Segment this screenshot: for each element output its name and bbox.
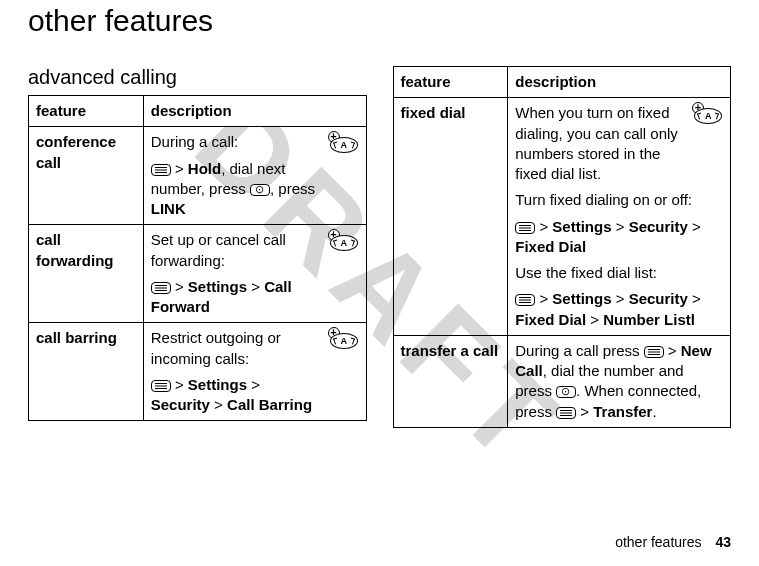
description-cell: + Set up or cancel call forwarding: > Se…	[143, 225, 366, 323]
description-cell: + During a call: > Hold, dial next numbe…	[143, 127, 366, 225]
table-header-row: feature description	[29, 96, 367, 127]
menu-path: Fixed Dial	[515, 311, 586, 328]
menu-path: Hold	[188, 160, 221, 177]
right-column: feature description fixed dial + When yo…	[393, 66, 732, 428]
menu-path: Security	[151, 396, 210, 413]
menu-key-icon	[151, 380, 171, 392]
page-number: 43	[715, 534, 731, 550]
operator-icon: +	[694, 103, 724, 125]
desc-text: Turn fixed dialing on or off:	[515, 190, 723, 210]
menu-key-icon	[151, 282, 171, 294]
sep: >	[171, 160, 188, 177]
table-header-row: feature description	[393, 67, 731, 98]
page-footer: other features 43	[615, 534, 731, 550]
table-row: conference call + During a call: > Hold,…	[29, 127, 367, 225]
right-table: feature description fixed dial + When yo…	[393, 66, 732, 428]
menu-path: LINK	[151, 200, 186, 217]
menu-key-icon	[644, 346, 664, 358]
sep: >	[247, 376, 260, 393]
sep: >	[688, 290, 701, 307]
sep: >	[586, 311, 603, 328]
menu-path: Settings	[552, 218, 611, 235]
menu-path: Security	[629, 290, 688, 307]
menu-key-icon	[515, 294, 535, 306]
left-column: advanced calling feature description con…	[28, 66, 367, 428]
desc-text: When you turn on fixed dialing, you can …	[515, 104, 678, 182]
feature-cell: fixed dial	[393, 98, 508, 336]
feature-cell: conference call	[29, 127, 144, 225]
menu-key-icon	[151, 164, 171, 176]
left-table: feature description conference call + Du…	[28, 95, 367, 421]
operator-icon: +	[330, 132, 360, 154]
desc-text: Use the fixed dial list:	[515, 263, 723, 283]
desc-text: During a call:	[151, 133, 239, 150]
table-row: transfer a call During a call press > Ne…	[393, 335, 731, 427]
desc-text: During a call press	[515, 342, 643, 359]
desc-text: Restrict outgoing or incoming calls:	[151, 329, 281, 366]
table-row: call forwarding + Set up or cancel call …	[29, 225, 367, 323]
feature-cell: transfer a call	[393, 335, 508, 427]
menu-path: Call Barring	[227, 396, 312, 413]
description-cell: + When you turn on fixed dialing, you ca…	[508, 98, 731, 336]
menu-path: Transfer	[593, 403, 652, 420]
col-feature: feature	[393, 67, 508, 98]
sep: >	[664, 342, 681, 359]
sep: >	[171, 376, 188, 393]
col-description: description	[143, 96, 366, 127]
table-row: fixed dial + When you turn on fixed dial…	[393, 98, 731, 336]
sep: >	[210, 396, 227, 413]
send-key-icon	[556, 386, 576, 398]
menu-path: Settings	[552, 290, 611, 307]
sep: >	[247, 278, 264, 295]
page-title: other features	[28, 4, 731, 38]
menu-key-icon	[556, 407, 576, 419]
operator-icon: +	[330, 328, 360, 350]
section-heading: advanced calling	[28, 66, 367, 89]
operator-icon: +	[330, 230, 360, 252]
description-cell: + Restrict outgoing or incoming calls: >…	[143, 323, 366, 421]
sep: >	[688, 218, 701, 235]
menu-path: Number Listl	[603, 311, 695, 328]
sep: >	[535, 290, 552, 307]
sep: >	[535, 218, 552, 235]
menu-path: Fixed Dial	[515, 238, 586, 255]
menu-path: Settings	[188, 376, 247, 393]
send-key-icon	[250, 184, 270, 196]
sep: >	[612, 290, 629, 307]
menu-path: Settings	[188, 278, 247, 295]
menu-key-icon	[515, 222, 535, 234]
desc-text: , press	[270, 180, 315, 197]
col-description: description	[508, 67, 731, 98]
menu-path: Security	[629, 218, 688, 235]
sep: >	[171, 278, 188, 295]
feature-cell: call barring	[29, 323, 144, 421]
sep: >	[612, 218, 629, 235]
feature-cell: call forwarding	[29, 225, 144, 323]
table-row: call barring + Restrict outgoing or inco…	[29, 323, 367, 421]
desc-text: .	[652, 403, 656, 420]
description-cell: During a call press > New Call, dial the…	[508, 335, 731, 427]
sep: >	[576, 403, 593, 420]
footer-text: other features	[615, 534, 701, 550]
col-feature: feature	[29, 96, 144, 127]
desc-text: Set up or cancel call forwarding:	[151, 231, 286, 268]
